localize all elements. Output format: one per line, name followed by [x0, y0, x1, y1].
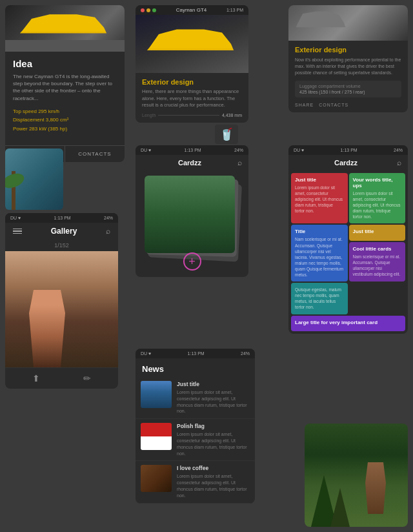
add-card-button[interactable]: +	[183, 252, 201, 271]
menu-line	[13, 233, 22, 234]
spec-top-speed: Top speed 295 km/h	[13, 107, 117, 116]
cardzz-time: 1:13 PM	[185, 148, 201, 152]
card-idea-desc: The new Cayman GT4 is the long-awaited s…	[13, 73, 117, 102]
card-idea-title: Idea	[13, 58, 117, 69]
tiles-signal: DU ♥	[294, 148, 304, 152]
news-thumb-coffee	[141, 465, 172, 492]
gallery-bottom-bar: ⬆ ✏	[5, 367, 118, 389]
tiles-time: 1:13 PM	[341, 148, 358, 152]
news-item-1[interactable]: Just title Lorem ipsum dolor sit amet, c…	[136, 377, 255, 419]
cardzz-battery: 24%	[234, 148, 243, 152]
news-item-desc-3: Lorem ipsum dolor sit amet, consectetur …	[177, 473, 250, 498]
tile-large-title[interactable]: Large title for very important card	[291, 316, 405, 331]
gt4-status-time: 1:13 PM	[227, 8, 243, 12]
cardzz-nav: Cardzz ⌕	[136, 155, 248, 170]
tile-title: Cool little cards	[353, 246, 402, 252]
gallery-title: Gallery	[51, 227, 77, 236]
gt4-window-title: Cayman GT4	[176, 7, 207, 13]
tile-teal[interactable]: Quisque egestas, malum nec tempo mollis,…	[291, 283, 348, 314]
tile-cool-cards[interactable]: Cool little cards Nam scelerisque or mi …	[349, 242, 406, 281]
stack-card-front	[145, 176, 235, 253]
card-idea-specs: Top speed 295 km/h Displacement 3,800 cm…	[13, 107, 117, 134]
tile-vour-words[interactable]: Vour words title, ups Lorem ipsum dolor …	[349, 173, 406, 223]
gallery-photo	[5, 251, 118, 367]
card-news: DU ♥ 1:13 PM 24% News Just title Lorem i…	[136, 349, 255, 504]
close-dot[interactable]	[141, 8, 145, 12]
luggage-title: Luggage compartment volume	[299, 84, 397, 88]
tiles-battery: 24%	[394, 148, 403, 152]
news-item-title-3: I love coffee	[177, 465, 250, 471]
luggage-value: 425 litres (150 l front / 275 l rear)	[299, 90, 397, 94]
cardzz-stacked-status: DU ♥ 1:13 PM 24%	[136, 145, 248, 155]
cardzz-title: Cardzz	[178, 159, 201, 167]
tiles-nav: Cardzz ⌕	[288, 155, 408, 170]
exterior-actions: SHARE CONTACTS	[295, 103, 401, 107]
gt4-content: Exterior design Here, there are more thi…	[136, 73, 248, 123]
card-gallery: DU ♥ 1:13 PM 24% Gallery ⌕ 1/152 ⬆ ✏	[5, 213, 118, 389]
tiles-search-icon[interactable]: ⌕	[397, 158, 401, 167]
gt4-status-bar: Cayman GT4 1:13 PM	[136, 5, 248, 15]
min-dot[interactable]	[146, 8, 150, 12]
gallery-person	[25, 290, 70, 367]
news-item-desc-2: Lorem ipsum dolor sit amet, consectetur …	[177, 431, 250, 456]
tile-body: Nam scelerisque or mi at. Accumsan. Quis…	[353, 254, 402, 277]
card-photo-forest	[145, 176, 235, 253]
news-item-text-3: I love coffee Lorem ipsum dolor sit amet…	[177, 465, 250, 498]
car-shape-idea	[18, 13, 108, 42]
gallery-edit-icon[interactable]: ✏	[83, 373, 91, 384]
gallery-counter: 1/152	[5, 240, 118, 251]
gallery-share-icon[interactable]: ⬆	[32, 373, 40, 384]
card-gt4: Cayman GT4 1:13 PM Exterior design Here,…	[136, 5, 248, 123]
tile-just-title[interactable]: Just title Lorem ipsum dolor sit amet, c…	[291, 173, 348, 223]
gallery-status-battery: 24%	[104, 216, 113, 220]
gt4-length-label: Length	[142, 113, 156, 118]
gallery-search-icon[interactable]: ⌕	[106, 227, 110, 236]
exterior-contacts-button[interactable]: CONTACTS	[319, 103, 348, 107]
news-item-text-2: Polish flag Lorem ipsum dolor sit amet, …	[177, 423, 250, 456]
news-thumb-flag	[141, 423, 172, 450]
exterior-desc: Now it's about exploiting performance po…	[295, 57, 401, 76]
palm-frond	[5, 171, 26, 191]
tiles-title: Cardzz	[334, 159, 358, 167]
side-photo-card	[5, 148, 63, 210]
gt4-car-image	[136, 15, 248, 73]
forest-person	[363, 462, 388, 514]
tile-just-title2[interactable]: Just title	[349, 225, 406, 241]
tile-title-only[interactable]: Title Nam scelerisque or mi at. Accumsan…	[291, 225, 348, 281]
news-item-desc-1: Lorem ipsum dolor sit amet, consectetur …	[177, 389, 250, 414]
tile-title: Vour words title, ups	[353, 177, 402, 189]
news-item-title-2: Polish flag	[177, 423, 250, 429]
tile-title: Large title for very important card	[295, 320, 401, 325]
gallery-status-time: 1:13 PM	[54, 216, 71, 220]
spec-displacement: Displacement 3,800 cm³	[13, 116, 117, 125]
news-title: News	[142, 364, 248, 374]
tile-body: Nam scelerisque or mi at. Accumsan. Quis…	[295, 236, 344, 278]
menu-line	[13, 229, 22, 230]
news-battery: 24%	[241, 351, 250, 356]
palm-tree-trunk	[12, 171, 15, 210]
road-bg	[5, 40, 125, 52]
exterior-title: Exterior design	[295, 46, 401, 54]
card-idea-content: Idea The new Cayman GT4 is the long-awai…	[5, 52, 125, 140]
car-image-idea	[5, 5, 125, 52]
news-item-2[interactable]: Polish flag Lorem ipsum dolor sit amet, …	[136, 419, 255, 461]
gallery-menu-icon[interactable]	[13, 229, 22, 234]
contacts-button[interactable]: CONTACTS	[65, 146, 125, 162]
news-thumb-lake	[141, 381, 172, 408]
news-nav: News	[136, 358, 255, 377]
max-dot[interactable]	[152, 8, 156, 12]
card-forest-scene	[305, 424, 408, 527]
tile-body: Quisque egestas, malum nec tempo mollis,…	[295, 287, 344, 310]
gt4-length-row: Length 4,438 mm	[142, 113, 242, 118]
exterior-share-button[interactable]: SHARE	[295, 103, 314, 107]
news-item-text-1: Just title Lorem ipsum dolor sit amet, c…	[177, 381, 250, 414]
gallery-status-bar: DU ♥ 1:13 PM 24%	[5, 213, 118, 223]
news-item-3[interactable]: I love coffee Lorem ipsum dolor sit amet…	[136, 461, 255, 503]
forest-tree-2	[330, 488, 350, 527]
tile-title: Just title	[353, 229, 402, 234]
cardzz-search-icon[interactable]: ⌕	[237, 158, 242, 167]
card-exterior: Exterior design Now it's about exploitin…	[288, 5, 408, 112]
luggage-info: Luggage compartment volume 425 litres (1…	[295, 81, 401, 97]
gt4-length-value: 4,438 mm	[222, 113, 242, 118]
cardzz-signal: DU ♥	[141, 148, 151, 152]
